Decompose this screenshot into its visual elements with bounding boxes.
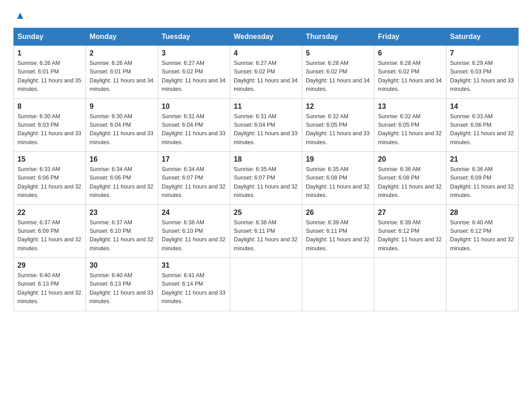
day-info: Sunrise: 6:27 AMSunset: 6:02 PMDaylight:… [234, 59, 298, 94]
day-number: 3 [162, 49, 226, 57]
day-info: Sunrise: 6:37 AMSunset: 6:10 PMDaylight:… [90, 218, 154, 253]
day-number: 18 [234, 155, 298, 163]
day-number: 13 [378, 103, 442, 111]
calendar-week-row: 15Sunrise: 6:33 AMSunset: 6:06 PMDayligh… [14, 152, 519, 205]
header-cell-thursday: Thursday [302, 28, 374, 46]
header-cell-wednesday: Wednesday [230, 28, 302, 46]
day-info: Sunrise: 6:27 AMSunset: 6:02 PMDaylight:… [162, 59, 226, 94]
day-number: 19 [306, 155, 370, 163]
day-info: Sunrise: 6:33 AMSunset: 6:06 PMDaylight:… [17, 165, 82, 200]
calendar-cell: 10Sunrise: 6:31 AMSunset: 6:04 PMDayligh… [158, 98, 230, 152]
day-number: 24 [162, 209, 226, 217]
calendar-header-row: SundayMondayTuesdayWednesdayThursdayFrid… [14, 28, 519, 46]
day-info: Sunrise: 6:34 AMSunset: 6:07 PMDaylight:… [162, 165, 226, 200]
day-number: 5 [306, 49, 370, 57]
header-cell-monday: Monday [86, 28, 158, 46]
day-info: Sunrise: 6:30 AMSunset: 6:04 PMDaylight:… [90, 112, 154, 147]
day-number: 26 [306, 209, 370, 217]
calendar-cell: 12Sunrise: 6:32 AMSunset: 6:05 PMDayligh… [302, 98, 374, 152]
calendar-cell: 24Sunrise: 6:38 AMSunset: 6:10 PMDayligh… [158, 205, 230, 258]
header-cell-saturday: Saturday [446, 28, 519, 46]
day-info: Sunrise: 6:36 AMSunset: 6:09 PMDaylight:… [450, 165, 515, 200]
calendar-cell: 26Sunrise: 6:39 AMSunset: 6:11 PMDayligh… [302, 205, 374, 258]
day-info: Sunrise: 6:35 AMSunset: 6:08 PMDaylight:… [306, 165, 370, 200]
day-number: 2 [90, 49, 154, 57]
header-cell-sunday: Sunday [14, 28, 86, 46]
day-number: 21 [450, 155, 515, 163]
calendar-cell: 13Sunrise: 6:32 AMSunset: 6:05 PMDayligh… [374, 98, 446, 152]
day-number: 25 [234, 209, 298, 217]
calendar-cell: 25Sunrise: 6:38 AMSunset: 6:11 PMDayligh… [230, 205, 302, 258]
day-info: Sunrise: 6:37 AMSunset: 6:09 PMDaylight:… [17, 218, 82, 253]
day-info: Sunrise: 6:31 AMSunset: 6:04 PMDaylight:… [162, 112, 226, 147]
day-info: Sunrise: 6:40 AMSunset: 6:13 PMDaylight:… [17, 271, 82, 306]
calendar-table: SundayMondayTuesdayWednesdayThursdayFrid… [13, 28, 519, 311]
calendar-cell: 23Sunrise: 6:37 AMSunset: 6:10 PMDayligh… [86, 205, 158, 258]
day-number: 6 [378, 49, 442, 57]
calendar-cell: 19Sunrise: 6:35 AMSunset: 6:08 PMDayligh… [302, 152, 374, 205]
day-info: Sunrise: 6:38 AMSunset: 6:10 PMDaylight:… [162, 218, 226, 253]
day-info: Sunrise: 6:28 AMSunset: 6:02 PMDaylight:… [306, 59, 370, 94]
calendar-body: 1Sunrise: 6:26 AMSunset: 6:01 PMDaylight… [14, 46, 519, 311]
header-cell-friday: Friday [374, 28, 446, 46]
logo-general [13, 9, 25, 20]
calendar-cell: 11Sunrise: 6:31 AMSunset: 6:04 PMDayligh… [230, 98, 302, 152]
day-number: 23 [90, 209, 154, 217]
day-number: 30 [90, 261, 154, 270]
day-number: 27 [378, 209, 442, 217]
day-info: Sunrise: 6:38 AMSunset: 6:11 PMDaylight:… [234, 218, 298, 253]
calendar-cell [230, 258, 302, 311]
calendar-cell: 27Sunrise: 6:39 AMSunset: 6:12 PMDayligh… [374, 205, 446, 258]
day-number: 11 [234, 103, 298, 111]
calendar-cell [374, 258, 446, 311]
header-cell-tuesday: Tuesday [158, 28, 230, 46]
calendar-week-row: 29Sunrise: 6:40 AMSunset: 6:13 PMDayligh… [14, 258, 519, 311]
calendar-cell: 8Sunrise: 6:30 AMSunset: 6:03 PMDaylight… [14, 98, 86, 152]
calendar-cell: 17Sunrise: 6:34 AMSunset: 6:07 PMDayligh… [158, 152, 230, 205]
logo-arrow-icon [15, 10, 25, 20]
calendar-week-row: 1Sunrise: 6:26 AMSunset: 6:01 PMDaylight… [14, 46, 519, 99]
calendar-cell: 7Sunrise: 6:29 AMSunset: 6:03 PMDaylight… [446, 46, 519, 99]
day-number: 1 [17, 49, 82, 57]
day-number: 22 [17, 209, 82, 217]
calendar-cell [446, 258, 519, 311]
calendar-cell: 14Sunrise: 6:33 AMSunset: 6:06 PMDayligh… [446, 98, 519, 152]
day-number: 15 [17, 155, 82, 163]
day-info: Sunrise: 6:31 AMSunset: 6:04 PMDaylight:… [234, 112, 298, 147]
day-info: Sunrise: 6:26 AMSunset: 6:01 PMDaylight:… [90, 59, 154, 94]
calendar-cell: 9Sunrise: 6:30 AMSunset: 6:04 PMDaylight… [86, 98, 158, 152]
day-info: Sunrise: 6:26 AMSunset: 6:01 PMDaylight:… [17, 59, 82, 94]
day-info: Sunrise: 6:39 AMSunset: 6:11 PMDaylight:… [306, 218, 370, 253]
day-info: Sunrise: 6:29 AMSunset: 6:03 PMDaylight:… [450, 59, 515, 94]
day-number: 9 [90, 103, 154, 111]
day-info: Sunrise: 6:30 AMSunset: 6:03 PMDaylight:… [17, 112, 82, 147]
day-number: 4 [234, 49, 298, 57]
calendar-cell: 15Sunrise: 6:33 AMSunset: 6:06 PMDayligh… [14, 152, 86, 205]
day-info: Sunrise: 6:40 AMSunset: 6:12 PMDaylight:… [450, 218, 515, 253]
page-header [13, 9, 519, 20]
day-number: 20 [378, 155, 442, 163]
day-info: Sunrise: 6:32 AMSunset: 6:05 PMDaylight:… [306, 112, 370, 147]
day-info: Sunrise: 6:41 AMSunset: 6:14 PMDaylight:… [162, 271, 226, 306]
day-info: Sunrise: 6:34 AMSunset: 6:06 PMDaylight:… [90, 165, 154, 200]
calendar-cell: 31Sunrise: 6:41 AMSunset: 6:14 PMDayligh… [158, 258, 230, 311]
calendar-cell: 2Sunrise: 6:26 AMSunset: 6:01 PMDaylight… [86, 46, 158, 99]
day-info: Sunrise: 6:40 AMSunset: 6:13 PMDaylight:… [90, 271, 154, 306]
day-info: Sunrise: 6:36 AMSunset: 6:08 PMDaylight:… [378, 165, 442, 200]
calendar-cell: 1Sunrise: 6:26 AMSunset: 6:01 PMDaylight… [14, 46, 86, 99]
day-info: Sunrise: 6:32 AMSunset: 6:05 PMDaylight:… [378, 112, 442, 147]
calendar-week-row: 22Sunrise: 6:37 AMSunset: 6:09 PMDayligh… [14, 205, 519, 258]
day-number: 7 [450, 49, 515, 57]
day-number: 10 [162, 103, 226, 111]
calendar-cell: 6Sunrise: 6:28 AMSunset: 6:02 PMDaylight… [374, 46, 446, 99]
calendar-cell: 18Sunrise: 6:35 AMSunset: 6:07 PMDayligh… [230, 152, 302, 205]
calendar-cell: 20Sunrise: 6:36 AMSunset: 6:08 PMDayligh… [374, 152, 446, 205]
day-info: Sunrise: 6:33 AMSunset: 6:06 PMDaylight:… [450, 112, 515, 147]
calendar-cell: 28Sunrise: 6:40 AMSunset: 6:12 PMDayligh… [446, 205, 519, 258]
day-number: 31 [162, 261, 226, 270]
day-number: 8 [17, 103, 82, 111]
day-number: 28 [450, 209, 515, 217]
logo [13, 9, 25, 20]
calendar-cell: 16Sunrise: 6:34 AMSunset: 6:06 PMDayligh… [86, 152, 158, 205]
day-number: 16 [90, 155, 154, 163]
